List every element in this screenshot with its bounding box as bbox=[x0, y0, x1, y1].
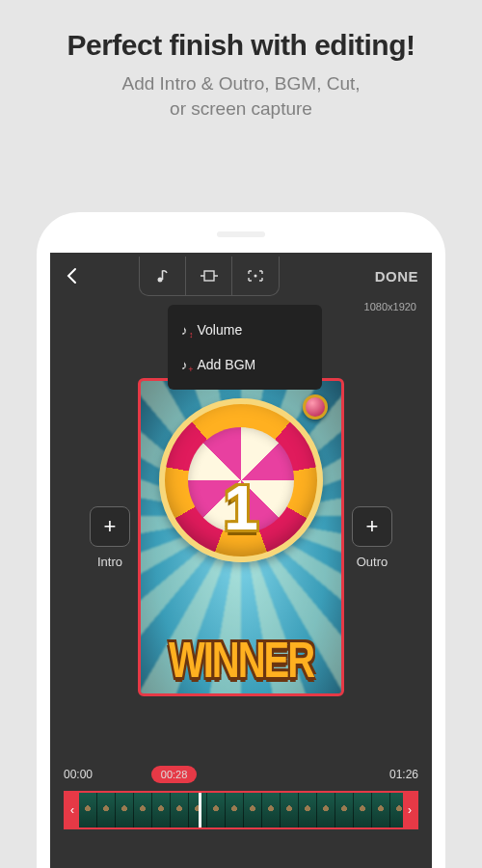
promo-header: Perfect finish with editing! Add Intro &… bbox=[0, 0, 482, 121]
intro-slot: + Intro bbox=[90, 506, 130, 569]
winner-text: WINNER bbox=[141, 632, 341, 689]
timeline-thumb bbox=[116, 793, 134, 827]
add-outro-button[interactable]: + bbox=[352, 506, 392, 547]
svg-point-4 bbox=[254, 274, 257, 277]
time-start: 00:00 bbox=[64, 768, 93, 781]
rank-number: 1 bbox=[224, 473, 258, 544]
timeline-thumb bbox=[299, 793, 317, 827]
crop-tool-button[interactable] bbox=[186, 257, 232, 295]
time-labels: 00:00 00:28 01:26 bbox=[64, 766, 418, 783]
capture-tool-button[interactable] bbox=[232, 257, 279, 295]
timeline-thumb bbox=[207, 793, 226, 827]
editor-body: + Intro 1 WINNER + Outro bbox=[50, 378, 432, 696]
music-note-icon: ♪↕ bbox=[181, 323, 188, 338]
promo-title: Perfect finish with editing! bbox=[0, 29, 482, 62]
time-end: 01:26 bbox=[389, 768, 418, 781]
playhead[interactable] bbox=[199, 791, 201, 829]
timeline-thumb bbox=[134, 793, 152, 827]
timeline: 00:00 00:28 01:26 ‹ bbox=[50, 766, 432, 829]
time-current: 00:28 bbox=[151, 766, 198, 783]
outro-slot: + Outro bbox=[352, 506, 392, 569]
app-screen: DONE 1080x1920 ♪↕ Volume ♪+ Add BGM + In… bbox=[50, 253, 432, 868]
outro-label: Outro bbox=[357, 555, 388, 569]
promo-subtitle-line1: Add Intro & Outro, BGM, Cut, bbox=[121, 73, 360, 94]
timeline-thumb bbox=[262, 793, 281, 827]
timeline-thumbnails bbox=[79, 793, 409, 827]
add-bgm-menu-item[interactable]: ♪+ Add BGM bbox=[168, 347, 322, 382]
toolbar: DONE bbox=[50, 253, 432, 299]
music-tool-button[interactable] bbox=[140, 257, 186, 295]
add-bgm-label: Add BGM bbox=[198, 357, 256, 372]
timeline-thumb bbox=[152, 793, 171, 827]
timeline-handle-left[interactable]: ‹ bbox=[66, 793, 79, 827]
svg-rect-1 bbox=[204, 271, 214, 281]
promo-subtitle: Add Intro & Outro, BGM, Cut, or screen c… bbox=[0, 71, 482, 121]
timeline-thumb bbox=[354, 793, 372, 827]
tool-group bbox=[139, 257, 280, 296]
volume-label: Volume bbox=[198, 322, 243, 338]
phone-frame: DONE 1080x1920 ♪↕ Volume ♪+ Add BGM + In… bbox=[37, 212, 445, 868]
video-preview[interactable]: 1 WINNER bbox=[138, 378, 344, 696]
promo-subtitle-line2: or screen capture bbox=[170, 98, 312, 119]
timeline-thumb bbox=[317, 793, 335, 827]
timeline-handle-right[interactable]: › bbox=[403, 793, 416, 827]
timeline-thumb bbox=[79, 793, 97, 827]
add-intro-button[interactable]: + bbox=[90, 506, 130, 547]
timeline-thumb bbox=[335, 793, 354, 827]
timeline-track[interactable]: ‹ bbox=[64, 791, 418, 829]
volume-menu-item[interactable]: ♪↕ Volume bbox=[168, 312, 322, 347]
timeline-thumb bbox=[226, 793, 244, 827]
timeline-thumb bbox=[281, 793, 299, 827]
timeline-thumb bbox=[244, 793, 262, 827]
music-dropdown: ♪↕ Volume ♪+ Add BGM bbox=[168, 305, 322, 390]
phone-speaker bbox=[217, 231, 265, 237]
gem-icon bbox=[303, 394, 328, 420]
timeline-thumb bbox=[171, 793, 189, 827]
timeline-thumb bbox=[372, 793, 390, 827]
back-button[interactable] bbox=[64, 266, 83, 285]
music-note-icon: ♪+ bbox=[181, 358, 188, 372]
timeline-thumb bbox=[97, 793, 116, 827]
done-button[interactable]: DONE bbox=[375, 268, 418, 285]
intro-label: Intro bbox=[97, 555, 122, 569]
